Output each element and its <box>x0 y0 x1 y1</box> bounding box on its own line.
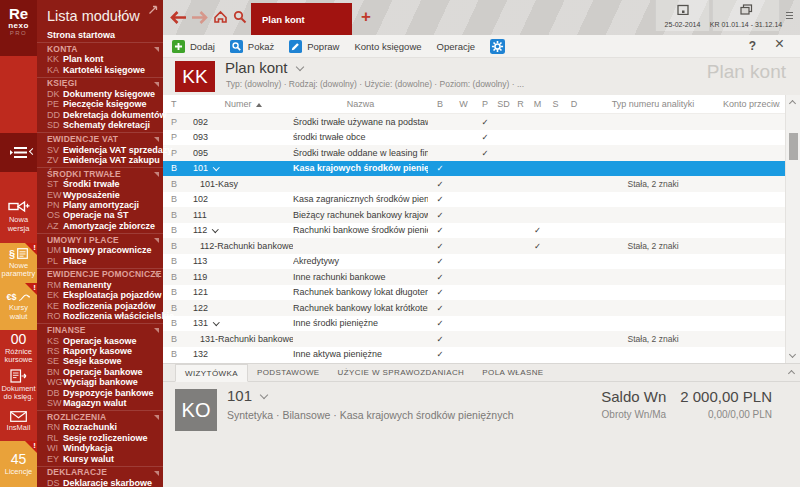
filter-summary[interactable]: Typ: (dowolny) · Rodzaj: (dowolny) · Uży… <box>226 79 524 89</box>
pin-icon[interactable] <box>148 4 159 15</box>
sidebar-item-ks[interactable]: KSOperacje kasowe <box>37 335 163 345</box>
sidebar-item-se[interactable]: SESesje kasowe <box>37 356 163 366</box>
column-header-w[interactable]: W <box>452 99 475 109</box>
table-row-093[interactable]: P093środki trwałe obce✓ <box>163 130 800 146</box>
back-button[interactable] <box>170 10 187 28</box>
app-logo[interactable]: Re nexo PRO <box>0 0 37 56</box>
column-header-typ[interactable]: Typ numeru analityki <box>583 99 723 109</box>
detail-tab-pola-własne[interactable]: POLA WŁASNE <box>473 364 552 381</box>
rail-item-new-parameters[interactable]: §Nowe parametry! <box>0 243 37 283</box>
table-row-101-Kasy[interactable]: B101-Kasy✓Stała, 2 znaki <box>163 176 800 192</box>
edit-button[interactable]: Popraw <box>289 40 339 53</box>
date-button[interactable]: 25-02-2014 <box>655 0 710 31</box>
close-button[interactable]: × <box>775 35 784 53</box>
operations-menu-button[interactable]: Operacje <box>437 41 476 52</box>
column-header-sd[interactable]: SD <box>495 99 512 109</box>
rail-item-document-to-ledger[interactable]: Dokument do księg. <box>0 366 37 404</box>
sidebar-section-header[interactable]: EWIDENCJE POMOCNICZE <box>37 268 163 280</box>
sidebar-section-header[interactable]: KONTA <box>37 42 163 54</box>
sidebar-item-um[interactable]: UMUmowy pracownicze <box>37 245 163 255</box>
sidebar-item-ka[interactable]: KAKartoteki księgowe <box>37 64 163 74</box>
rail-item-licenses[interactable]: 45Licencje! <box>0 441 37 487</box>
sidebar-item-az[interactable]: AZAmortyzacje zbiorcze <box>37 221 163 231</box>
table-row-113[interactable]: B113Akredytywy✓ <box>163 254 800 270</box>
column-header-konto[interactable]: Konto przeciw... <box>723 99 780 109</box>
sidebar-item-sd[interactable]: SDSchematy dekretacji <box>37 120 163 130</box>
more-button[interactable] <box>782 0 797 31</box>
scroll-thumb[interactable] <box>789 133 798 160</box>
table-row-112-Rachunki bankowe[interactable]: B112-Rachunki bankowe✓✓Stała, 2 znaki <box>163 238 800 254</box>
column-header-m[interactable]: M <box>529 99 546 109</box>
table-row-102[interactable]: B102Kasa zagranicznych środków pienięż..… <box>163 192 800 208</box>
column-header-d[interactable]: D <box>565 99 583 109</box>
sidebar-item-bn[interactable]: BNOperacje bankowe <box>37 367 163 377</box>
sidebar-item-ke[interactable]: KERozliczenia pojazdów <box>37 301 163 311</box>
sidebar-item-home[interactable]: Strona startowa <box>37 29 163 40</box>
page-title[interactable]: Plan kont <box>225 59 303 76</box>
sidebar-item-wi[interactable]: WIWindykacja <box>37 443 163 453</box>
sidebar-item-ew[interactable]: EWWyposażenie <box>37 190 163 200</box>
column-header-r[interactable]: R <box>512 99 529 109</box>
module-list-toggle[interactable] <box>0 133 37 172</box>
sidebar-item-rl[interactable]: RLSesje rozliczeniowe <box>37 433 163 443</box>
table-row-092[interactable]: P092Środki trwałe używane na podstawie..… <box>163 114 800 130</box>
sidebar-section-header[interactable]: EWIDENCJE VAT <box>37 132 163 144</box>
detail-tab-wizytówka[interactable]: WIZYTÓWKA <box>175 364 248 382</box>
table-row-132[interactable]: B132Inne aktywa pieniężne✓ <box>163 347 800 363</box>
table-row-101[interactable]: B101Kasa krajowych środków pieniężnych✓ <box>163 161 800 177</box>
sidebar-section-header[interactable]: DEKLARACJE <box>37 466 163 478</box>
sidebar-section-header[interactable]: FINANSE <box>37 323 163 335</box>
rail-item-insmail[interactable]: InsMail <box>0 404 37 439</box>
sidebar-item-rs[interactable]: RSRaporty kasowe <box>37 346 163 356</box>
home-button[interactable] <box>213 10 228 28</box>
scroll-down-icon[interactable] <box>789 351 796 358</box>
column-header-t[interactable]: T <box>168 99 193 109</box>
show-button[interactable]: Pokaż <box>230 40 274 53</box>
sidebar-item-sw[interactable]: SWMagazyn walut <box>37 398 163 408</box>
column-header-b[interactable]: B <box>428 99 452 109</box>
sidebar-item-ey[interactable]: EYKursy walut <box>37 453 163 463</box>
detail-tab-użycie-w-sprawozdaniach[interactable]: UŻYCIE W SPRAWOZDANIACH <box>329 364 474 381</box>
sidebar-item-kk[interactable]: KKPlan kont <box>37 54 163 64</box>
sidebar-item-pn[interactable]: PNPlany amortyzacji <box>37 200 163 210</box>
column-header-p[interactable]: P <box>475 99 495 109</box>
sidebar-item-dd[interactable]: DDDekretacja dokumentów <box>37 110 163 120</box>
table-row-131-Rachunki bankowe[interactable]: B131-Rachunki bankowe✓Stała, 2 znaki <box>163 331 800 347</box>
rail-item-currency-rates[interactable]: €$Kursy walut! <box>0 283 37 330</box>
sidebar-item-os[interactable]: OSOperacje na ŚT <box>37 210 163 220</box>
table-row-119[interactable]: B119Inne rachunki bankowe✓ <box>163 269 800 285</box>
sidebar-section-header[interactable]: UMOWY I PŁACE <box>37 233 163 245</box>
sidebar-section-header[interactable]: ROZLICZENIA <box>37 410 163 422</box>
forward-button[interactable] <box>191 10 208 28</box>
sidebar-item-db[interactable]: DBDyspozycje bankowe <box>37 387 163 397</box>
tab-plan-kont[interactable]: Plan kont <box>251 3 352 35</box>
period-button[interactable]: KR 01.01.14 - 31.12.14 <box>712 0 780 31</box>
column-header-nazwa[interactable]: Nazwa <box>293 99 428 109</box>
sidebar-item-ro[interactable]: RORozliczenia właścicielskie <box>37 311 163 321</box>
sidebar-item-st[interactable]: STŚrodki trwałe <box>37 179 163 189</box>
table-row-121[interactable]: B121Rachunek bankowy lokat długotermi...… <box>163 285 800 301</box>
help-button[interactable]: ? <box>749 39 756 53</box>
table-row-112[interactable]: B112Rachunki bankowe środków pieniężn...… <box>163 223 800 239</box>
account-menu-button[interactable]: Konto księgowe <box>354 41 421 52</box>
sidebar-item-sv[interactable]: SVEwidencja VAT sprzedaży <box>37 144 163 154</box>
settings-button[interactable] <box>490 39 505 54</box>
sidebar-item-rm[interactable]: RMRemanenty <box>37 280 163 290</box>
new-tab-button[interactable]: + <box>361 7 371 27</box>
rail-item-exchange-differences[interactable]: 00Różnice kursowe <box>0 330 37 366</box>
vertical-scrollbar[interactable] <box>785 95 800 363</box>
sidebar-section-header[interactable]: ŚRODKI TRWAŁE <box>37 167 163 179</box>
table-row-122[interactable]: B122Rachunek bankowy lokat krótkoterm...… <box>163 300 800 316</box>
table-row-131[interactable]: B131Inne środki pieniężne✓ <box>163 316 800 332</box>
sidebar-item-zv[interactable]: ZVEwidencja VAT zakupu <box>37 155 163 165</box>
sidebar-item-pl[interactable]: PLPłace <box>37 255 163 265</box>
rail-item-new-version[interactable]: Nowa wersja <box>0 192 37 240</box>
sidebar-item-ds[interactable]: DSDeklaracje skarbowe <box>37 478 163 487</box>
table-row-095[interactable]: P095Środki trwałe oddane w leasing finan… <box>163 145 800 161</box>
sidebar-item-ek[interactable]: EKEksploatacja pojazdów <box>37 290 163 300</box>
detail-tab-podstawowe[interactable]: PODSTAWOWE <box>248 364 329 381</box>
sidebar-item-dk[interactable]: DKDokumenty księgowe <box>37 89 163 99</box>
column-header-s[interactable]: S <box>546 99 565 109</box>
scroll-up-icon[interactable] <box>789 100 796 107</box>
sidebar-section-header[interactable]: KSIĘGI <box>37 77 163 89</box>
